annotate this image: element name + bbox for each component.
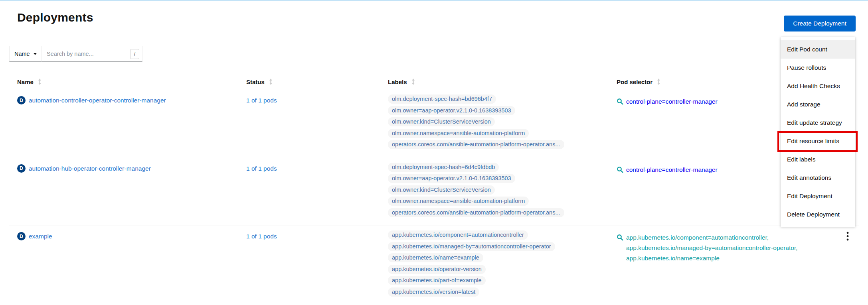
deployment-name-link[interactable]: automation-controller-operator-controlle… <box>29 96 166 104</box>
column-header-name[interactable]: Name <box>9 74 246 90</box>
pods-status-link[interactable]: 1 of 1 pods <box>246 97 277 104</box>
menu-item-add-health-checks[interactable]: Add Health Checks <box>781 77 855 95</box>
column-header-status[interactable]: Status <box>246 74 383 90</box>
sort-icon[interactable] <box>269 79 273 85</box>
menu-item-edit-resource-limits[interactable]: Edit resource limits <box>781 132 855 150</box>
menu-item-edit-deployment[interactable]: Edit Deployment <box>781 187 855 205</box>
label-chip: olm.owner.namespace=ansible-automation-p… <box>388 129 529 138</box>
column-header-labels[interactable]: Labels <box>383 74 617 90</box>
table-header-row: Name Status Labels Pod selector <box>9 74 859 90</box>
actions-dropdown-menu: Edit Pod count Pause rollouts Add Health… <box>781 37 855 227</box>
chevron-down-icon <box>34 53 37 55</box>
label-chip: olm.deployment-spec-hash=bd696b4f7 <box>388 94 496 104</box>
label-chip: app.kubernetes.io/name=example <box>388 253 483 262</box>
pod-selector-link[interactable]: app.kubernetes.io/component=automationco… <box>626 232 798 264</box>
search-icon <box>617 98 623 106</box>
deployment-name-link[interactable]: automation-hub-operator-controller-manag… <box>29 165 151 173</box>
table-row: D automation-hub-operator-controller-man… <box>9 158 859 226</box>
pod-selector-link[interactable]: control-plane=controller-manager <box>626 98 718 105</box>
search-input[interactable] <box>42 46 142 62</box>
filter-type-select[interactable]: Name <box>9 46 42 62</box>
deployment-badge-icon: D <box>17 164 26 173</box>
kebab-menu-button[interactable] <box>842 231 854 243</box>
label-chip: app.kubernetes.io/managed-by=automationc… <box>388 242 555 251</box>
pod-selector-link[interactable]: control-plane=controller-manager <box>626 166 718 173</box>
sort-icon[interactable] <box>656 79 661 85</box>
pods-status-link[interactable]: 1 of 1 pods <box>246 165 277 172</box>
label-chip: olm.owner=aap-operator.v2.1.0-0.16383935… <box>388 174 515 183</box>
label-chip: olm.owner.kind=ClusterServiceVersion <box>388 117 495 126</box>
table-row: D automation-controller-operator-control… <box>9 90 859 158</box>
menu-item-edit-labels[interactable]: Edit labels <box>781 150 855 169</box>
pods-status-link[interactable]: 1 of 1 pods <box>246 233 277 240</box>
label-chip: app.kubernetes.io/version=latest <box>388 287 479 297</box>
create-deployment-button[interactable]: Create Deployment <box>784 16 856 31</box>
label-chip: app.kubernetes.io/operator-version <box>388 265 486 274</box>
search-icon <box>617 234 623 242</box>
label-chip: operators.coreos.com/ansible-automation-… <box>388 140 564 149</box>
menu-item-edit-update-strategy[interactable]: Edit update strategy <box>781 114 855 132</box>
table-row: D example 1 of 1 pods app.kubernetes.io/… <box>9 226 859 305</box>
label-chip: operators.coreos.com/ansible-automation-… <box>388 208 564 217</box>
keyboard-shortcut-badge: / <box>130 49 139 59</box>
search-icon <box>617 166 623 175</box>
menu-item-edit-pod-count[interactable]: Edit Pod count <box>781 40 855 59</box>
label-chip: app.kubernetes.io/component=automationco… <box>388 230 528 240</box>
label-chip: olm.owner=aap-operator.v2.1.0-0.16383935… <box>388 106 515 115</box>
label-chip: olm.deployment-spec-hash=6d4c9fdbdb <box>388 163 499 172</box>
filter-type-label: Name <box>14 51 30 57</box>
sort-icon[interactable] <box>411 79 415 85</box>
deployment-badge-icon: D <box>17 96 26 104</box>
label-chip: olm.owner.namespace=ansible-automation-p… <box>388 197 529 206</box>
menu-item-pause-rollouts[interactable]: Pause rollouts <box>781 59 855 77</box>
menu-item-edit-annotations[interactable]: Edit annotations <box>781 169 855 187</box>
label-chip: app.kubernetes.io/part-of=example <box>388 276 486 285</box>
sort-icon[interactable] <box>38 79 42 85</box>
deployment-badge-icon: D <box>17 232 26 240</box>
page-title: Deployments <box>17 11 93 24</box>
menu-item-add-storage[interactable]: Add storage <box>781 95 855 114</box>
filter-toolbar: Name / <box>9 46 142 62</box>
deployment-name-link[interactable]: example <box>29 232 52 240</box>
top-divider <box>0 0 868 1</box>
menu-item-delete-deployment[interactable]: Delete Deployment <box>781 205 855 224</box>
deployments-table: Name Status Labels Pod selector D <box>9 74 859 305</box>
label-chip: olm.owner.kind=ClusterServiceVersion <box>388 185 495 195</box>
